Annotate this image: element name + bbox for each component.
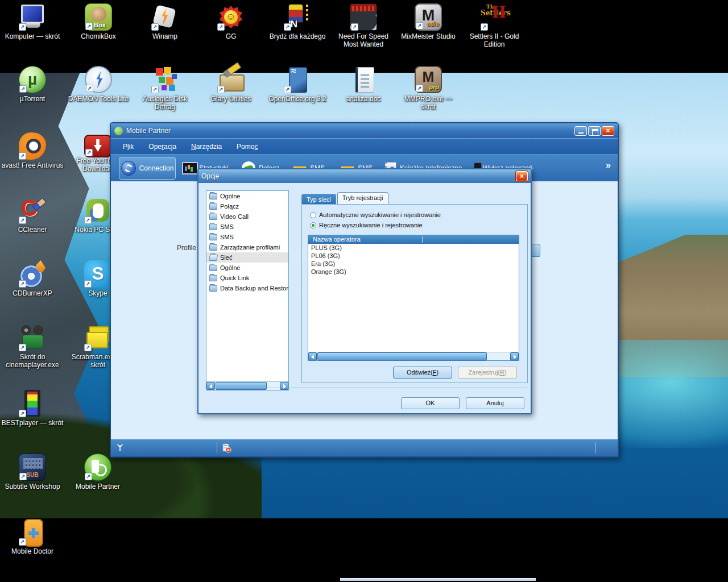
icon-label: CDBurnerXP xyxy=(1,289,64,297)
desktop-icon-subtitle-workshop[interactable]: SUB↗ Subtitle Workshop xyxy=(1,454,64,490)
options-tree: Ogólne Połącz Video Call SMS SMS Zarządz… xyxy=(206,190,289,390)
list-horizontal-scrollbar[interactable] xyxy=(308,352,519,360)
desktop-icon-mmpro[interactable]: Mpro↗ MMPRO.exe — skrót xyxy=(397,66,460,111)
desktop-icon-brydz[interactable]: IN↗ Brydż dla każdego xyxy=(266,3,329,40)
desktop-icon-settlers[interactable]: TheSettlersII↗ Settlers II - Gold Editio… xyxy=(463,3,526,48)
desktop-icon-winamp[interactable]: ↗ Winamp xyxy=(134,3,196,40)
scroll-right-arrow-icon[interactable] xyxy=(280,382,288,390)
tab-tryb-rejestracji[interactable]: Tryb rejestracji xyxy=(337,192,388,204)
youtube-download-icon: ↗ xyxy=(84,135,111,157)
scrollbar-thumb[interactable] xyxy=(216,382,267,390)
desktop-icon-avast[interactable]: ↗ avast! Free Antivirus xyxy=(1,132,64,169)
tree-item-selected[interactable]: Sieć xyxy=(206,252,288,263)
desktop-icon-komputer[interactable]: ↗ Komputer — skrót xyxy=(1,3,64,40)
shortcut-arrow-icon: ↗ xyxy=(19,538,26,546)
desktop-icon-ccleaner[interactable]: C↗ CCleaner xyxy=(1,197,64,234)
operator-row[interactable]: Orange (3G) xyxy=(308,268,519,276)
close-button[interactable]: × xyxy=(602,126,614,136)
folder-icon xyxy=(209,265,217,271)
desktop-icon-cinemaplayer[interactable]: ↗ Skrót do cinemaplayer.exe xyxy=(1,324,64,369)
window-titlebar[interactable]: Mobile Partner × xyxy=(111,123,618,138)
dialog-title: Opcje xyxy=(201,172,516,180)
desktop-icon-cdburner[interactable]: ↗ CDBurnerXP xyxy=(1,260,64,297)
dialog-close-button[interactable]: × xyxy=(516,171,528,181)
desktop-icon-analiza[interactable]: analiza.doc xyxy=(332,66,395,103)
dialog-titlebar[interactable]: Opcje × xyxy=(198,169,531,183)
desktop-icon-bestplayer[interactable]: ↗ BESTplayer — skrót xyxy=(1,390,64,427)
tree-item[interactable]: SMS xyxy=(206,232,288,242)
desktop-icon-mixmeister[interactable]: Mudio↗ MixMeister Studio xyxy=(397,3,460,40)
menu-operacja[interactable]: Operacja xyxy=(141,140,184,153)
status-bar xyxy=(111,439,618,456)
profile-label: Profile xyxy=(162,244,196,252)
shortcut-arrow-icon: ↗ xyxy=(19,217,26,224)
operator-list: Nazwa operatora PLUS (3G) PL06 (3G) Era … xyxy=(308,235,519,361)
statusbar-separator xyxy=(217,442,217,454)
desktop-icon-gg[interactable]: ☺↗ GG xyxy=(200,3,262,40)
tree-item[interactable]: Zarządzanie profilami xyxy=(206,242,288,252)
shortcut-arrow-icon: ↗ xyxy=(85,23,93,30)
icon-label: ChomikBox xyxy=(67,32,130,40)
scroll-right-arrow-icon[interactable] xyxy=(510,352,519,360)
desktop-icon-daemon[interactable]: ↗ DAEMON Tools Lite xyxy=(67,66,130,103)
tab-typ-sieci[interactable]: Typ sieci xyxy=(301,194,336,204)
tree-item[interactable]: Quick Link xyxy=(206,273,288,283)
radio-automatic[interactable]: Automatyczne wyszukiwanie i rejestrowani… xyxy=(310,211,441,218)
desktop-icon-mobile-partner[interactable]: ↗ Mobile Partner xyxy=(67,454,129,490)
tree-item[interactable]: SMS xyxy=(206,222,288,232)
mobile-partner-icon: ↗ xyxy=(84,454,111,481)
scrollbar-thumb[interactable] xyxy=(317,352,487,360)
icon-label: Auslogics Disk Defrag xyxy=(134,95,196,111)
radio-icon[interactable] xyxy=(310,212,316,218)
maximize-button[interactable] xyxy=(588,126,601,136)
tree-item[interactable]: Data Backup and Restore xyxy=(206,283,288,293)
dropdown-button[interactable] xyxy=(531,244,540,257)
ok-button[interactable]: OK xyxy=(401,397,460,409)
icon-label: Winamp xyxy=(134,32,196,40)
tree-item[interactable]: Połącz xyxy=(206,201,288,211)
connection-icon xyxy=(121,161,136,176)
desktop-icon-openoffice[interactable]: ↗ OpenOffice.org 3.2 xyxy=(266,66,329,103)
icon-label: analiza.doc xyxy=(332,95,395,103)
scroll-left-arrow-icon[interactable] xyxy=(206,382,215,390)
desktop-icon-glary[interactable]: ↗ Glary Utilities xyxy=(200,66,262,103)
operator-row[interactable]: PLUS (3G) xyxy=(308,244,519,252)
folder-icon xyxy=(209,193,217,199)
operator-row[interactable]: PL06 (3G) xyxy=(308,252,519,260)
refresh-button[interactable]: Odśwież(F) xyxy=(393,367,452,379)
skype-icon: S↗ xyxy=(84,260,111,288)
ccleaner-icon: C↗ xyxy=(19,197,46,224)
desktop-icon-utorrent[interactable]: µ↗ µTorrent xyxy=(1,66,64,103)
operator-row[interactable]: Era (3G) xyxy=(308,260,519,268)
shortcut-arrow-icon: ↗ xyxy=(284,23,291,31)
desktop-icon-chomikbox[interactable]: Box↗ ChomikBox xyxy=(67,3,130,40)
chomikbox-icon: Box↗ xyxy=(85,3,112,31)
minimize-button[interactable] xyxy=(574,126,587,136)
register-button-disabled[interactable]: Zarejestruj(R) xyxy=(458,367,517,379)
menu-plik[interactable]: Plik xyxy=(115,140,141,153)
shortcut-arrow-icon: ↗ xyxy=(84,280,92,288)
tree-item[interactable]: Ogólne xyxy=(206,191,288,201)
shortcut-arrow-icon: ↗ xyxy=(217,23,225,31)
operator-list-header[interactable]: Nazwa operatora xyxy=(308,235,519,244)
toolbar-connection-button[interactable]: Connection xyxy=(119,157,176,180)
folder-icon xyxy=(209,234,217,240)
openoffice-icon: ↗ xyxy=(284,66,311,93)
mobile-doctor-icon: ↗ xyxy=(19,518,46,546)
tree-item[interactable]: Ogólne xyxy=(206,263,288,273)
scroll-left-arrow-icon[interactable] xyxy=(308,352,317,360)
radio-selected-icon[interactable] xyxy=(310,222,316,228)
menu-pomoc[interactable]: Pomoc xyxy=(229,140,265,153)
desktop-icon-mobile-doctor[interactable]: ↗ Mobile Doctor xyxy=(1,518,64,555)
radio-manual[interactable]: Ręczne wyszukiwanie i rejestrowanie xyxy=(310,222,423,228)
cancel-button[interactable]: Anuluj xyxy=(466,397,524,409)
desktop-icon-auslogics[interactable]: ↗ Auslogics Disk Defrag xyxy=(134,66,196,111)
desktop-icon-nfs[interactable]: ↗ Need For Speed Most Wanted xyxy=(332,3,395,48)
tree-horizontal-scrollbar[interactable] xyxy=(206,381,288,390)
menu-narzedzia[interactable]: Narzędzia xyxy=(184,140,229,153)
shortcut-arrow-icon: ↗ xyxy=(84,217,92,224)
icon-label: avast! Free Antivirus xyxy=(1,161,64,169)
tree-item[interactable]: Video Call xyxy=(206,211,288,222)
toolbar-overflow-chevron[interactable]: » xyxy=(606,160,611,171)
shortcut-arrow-icon: ↗ xyxy=(217,86,225,93)
